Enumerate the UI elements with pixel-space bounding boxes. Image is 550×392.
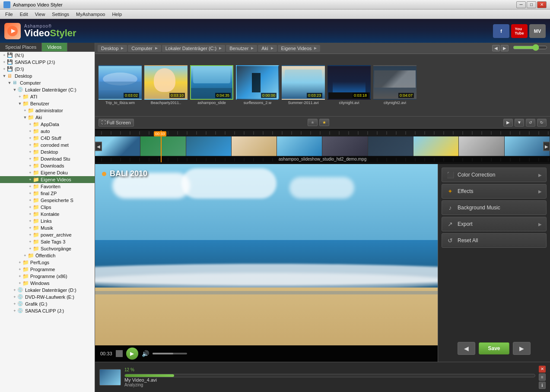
tree-downloads[interactable]: + 📁 Downloads (0, 162, 95, 169)
minimize-button[interactable]: ─ (516, 1, 526, 8)
menu-myashampoo[interactable]: MyAshampoo (73, 11, 108, 18)
play-button[interactable]: ▶ (503, 119, 513, 126)
breadcrumb-computer[interactable]: Computer (128, 45, 161, 52)
app-icon (3, 1, 10, 8)
tree-sansa-j[interactable]: + 💿 SANSA CLIPP (J:) (0, 307, 95, 314)
tree-finalzp[interactable]: + 📁 final ZP (0, 190, 95, 197)
breadcrumb-lokaler[interactable]: Lokaler Datenträger (C:) (162, 45, 226, 52)
tree-eigenedoku[interactable]: + 📁 Eigene Doku (0, 169, 95, 176)
breadcrumb-back-btn[interactable]: ◀ (492, 45, 500, 51)
breadcrumb-aki[interactable]: Aki (258, 45, 277, 52)
tree-suchvorgange[interactable]: + 📁 Suchvorgänge (0, 245, 95, 252)
file-tree[interactable]: + 💾 (N:\) + 💾 SANSA CLIPP (J:\) + 💾 (D:\… (0, 52, 95, 392)
effects-button[interactable]: ✦ Effects ▶ (442, 184, 547, 199)
background-music-button[interactable]: ♪ Background Music (442, 200, 547, 215)
tree-programme-x86[interactable]: + 📁 Programme (x86) (0, 273, 95, 280)
menu-help[interactable]: Help (108, 11, 125, 18)
close-button[interactable]: ✕ (537, 1, 547, 8)
tab-special-places[interactable]: Special Places (0, 43, 42, 51)
rotate-left-button[interactable]: ↺ (526, 119, 535, 126)
drive-d[interactable]: + 💾 (D:\) (0, 66, 95, 73)
breadcrumb-fwd-btn[interactable]: ▶ (501, 45, 509, 51)
reset-all-button[interactable]: ↺ Reset All (442, 233, 547, 248)
tree-ati[interactable]: + 📁 ATI (0, 93, 95, 100)
tree-links[interactable]: + 📁 Links (0, 218, 95, 224)
tree-aki[interactable]: ▼ 📁 Aki (0, 114, 95, 121)
film-strip[interactable]: 00:33 ◀ ▶ ashampoo_slideshow_studio_hd2_… (95, 129, 550, 164)
tree-benutzer[interactable]: ▼ 📁 Benutzer (0, 100, 95, 107)
expand-icon: + (28, 184, 33, 189)
tree-dvd[interactable]: + 💿 DVD-RW-Laufwerk (E:) (0, 294, 95, 300)
tree-grafik[interactable]: + 💿 Grafik (G:) (0, 300, 95, 307)
thumbnail-surf[interactable]: 0:00:00 surflessons_2.w (236, 65, 279, 105)
timeline-arrow-right[interactable]: ▶ (543, 142, 550, 151)
breadcrumb-eigenevideos[interactable]: Eigene Videos (278, 45, 321, 52)
tree-clips[interactable]: + 📁 Clips (0, 204, 95, 211)
tree-lokaler-c[interactable]: ▼ 💿 Lokaler Datenträger (C:) (0, 86, 95, 93)
volume-slider[interactable] (153, 353, 187, 354)
favorite-active-button[interactable]: ★ (319, 119, 329, 126)
play-button[interactable]: ▶ (126, 348, 138, 360)
thumbnail-citynight2[interactable]: 0:04:07 citynight2.avi (373, 65, 416, 105)
down-button[interactable]: ▼ (515, 119, 524, 126)
tree-perflogs[interactable]: + 📁 PerfLogs (0, 259, 95, 266)
save-button[interactable]: Save (479, 342, 509, 354)
tree-offentlich[interactable]: + 📁 Öffentlich (0, 252, 95, 259)
task-icon-btn1[interactable]: ≡ (539, 373, 546, 381)
task-close-button[interactable]: ✕ (539, 366, 546, 373)
export-button[interactable]: ↗ Export ▶ (442, 217, 547, 231)
menu-file[interactable]: File (2, 11, 16, 18)
drive-j[interactable]: + 💾 SANSA CLIPP (J:\) (0, 59, 95, 66)
breadcrumb-benutzer[interactable]: Benutzer (226, 45, 257, 52)
nav-back-button[interactable]: ◀ (458, 342, 475, 355)
color-correction-button[interactable]: ⬛ Color Correction ▶ (442, 168, 547, 182)
tree-saletags[interactable]: + 📁 Sale Tags 3 (0, 238, 95, 245)
tree-c4d[interactable]: + 📁 C4D Stuff (0, 135, 95, 142)
zoom-slider[interactable] (513, 45, 547, 50)
tree-musik[interactable]: + 📁 Musik (0, 224, 95, 231)
thumbnail-citynight[interactable]: 0:03:18 citynight.avi (327, 65, 371, 105)
thumbnail-trip-ibiza[interactable]: 0:03:02 Trip_to_Ibiza.wm (99, 65, 142, 105)
facebook-button[interactable]: f (493, 24, 509, 38)
menu-view[interactable]: View (32, 11, 49, 18)
thumbnail-beachparty[interactable]: 0:03:10 Beachparty2011.. (144, 65, 188, 105)
tree-programme[interactable]: + 📁 Programme (0, 266, 95, 273)
tab-videos[interactable]: Videos (42, 43, 67, 51)
nav-forward-button[interactable]: ▶ (513, 342, 531, 355)
tree-kontakte[interactable]: + 📁 Kontakte (0, 211, 95, 218)
tree-lokaler-d[interactable]: + 💿 Lokaler Datenträger (D:) (0, 287, 95, 294)
tree-desktop2[interactable]: + 📁 Desktop (0, 149, 95, 155)
menu-settings[interactable]: Settings (48, 11, 73, 18)
tree-windows[interactable]: + 📁 Windows (0, 280, 95, 287)
mv-button[interactable]: MV (529, 24, 546, 38)
tree-favoriten[interactable]: + 📁 Favoriten (0, 183, 95, 190)
tree-gespeicherte[interactable]: + 📁 Gespeicherte S (0, 197, 95, 204)
current-time: 00:33 (100, 351, 112, 356)
expand-icon: + (28, 247, 33, 251)
volume-icon[interactable]: 🔊 (142, 350, 149, 357)
favorite-button[interactable]: ★ (308, 119, 318, 126)
tree-eigenevideos[interactable]: + 📁 Eigene Videos (0, 176, 95, 183)
stop-button[interactable] (116, 350, 123, 357)
playhead[interactable]: 00:33 (161, 130, 162, 162)
menu-edit[interactable]: Edit (16, 11, 32, 18)
thumbnail-summer[interactable]: 0:03:23 Summer-2011.avi (282, 65, 325, 105)
tree-power[interactable]: + 📁 power_archive (0, 231, 95, 238)
tree-computer[interactable]: ▼ 🖥 Computer (0, 79, 95, 86)
task-icon-btn2[interactable]: ℹ (539, 382, 546, 389)
tree-desktop[interactable]: ▼ 🖥 Desktop (0, 73, 95, 79)
tree-downloadstu[interactable]: + 📁 Download Stu (0, 155, 95, 162)
timeline-arrow-left[interactable]: ◀ (95, 142, 102, 151)
tree-administrator[interactable]: + 📁 administrator (0, 107, 95, 114)
thumbnail-ashampoo[interactable]: 0:04:35 ashampoo_slide (190, 65, 233, 105)
rotate-right-button[interactable]: ↻ (537, 119, 547, 126)
expand-icon: + (28, 177, 33, 182)
tree-corroded[interactable]: + 📁 corroded met (0, 142, 95, 149)
youtube-button[interactable]: YouTube (511, 24, 528, 38)
tree-auto[interactable]: + 📁 auto (0, 128, 95, 135)
fullscreen-button[interactable]: ⛶ Full Screen (99, 119, 134, 126)
drive-n[interactable]: + 💾 (N:\) (0, 52, 95, 59)
tree-appdata[interactable]: + 📁 AppData (0, 121, 95, 128)
maximize-button[interactable]: □ (527, 1, 536, 8)
breadcrumb-desktop[interactable]: Desktop (98, 45, 127, 52)
